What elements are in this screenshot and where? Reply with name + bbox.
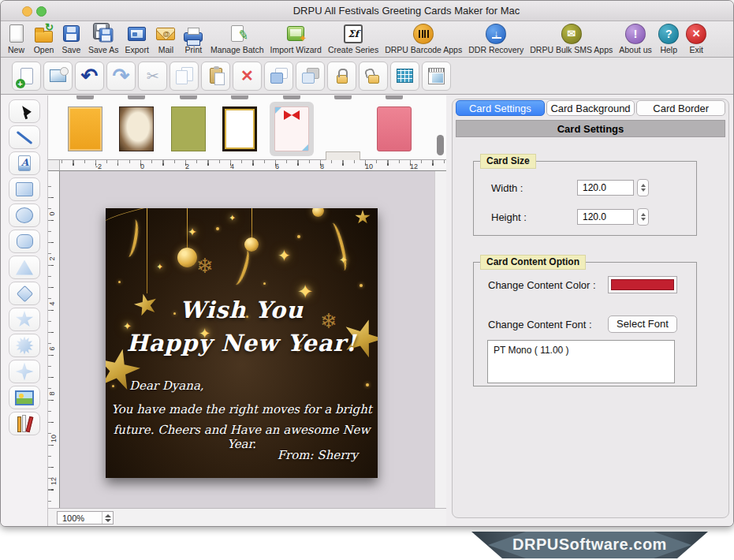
undo-button[interactable] [75,62,104,91]
template-rose-pink-card[interactable] [377,106,412,151]
grid-icon [397,69,413,83]
save-as-icon [93,23,114,44]
snowflake [196,254,214,278]
template-vintage-sepia-card[interactable] [119,106,154,151]
manage-batch-button[interactable]: Manage Batch [211,23,264,54]
page-setup-button[interactable] [422,62,451,91]
template-white-gold-border-card[interactable] [222,106,257,151]
insert-image-button[interactable] [43,62,73,91]
line-tool[interactable] [9,125,40,149]
gold-dot [263,282,266,285]
paste-button[interactable] [201,62,230,91]
zoom-window-button[interactable] [36,6,47,17]
rounded-rect-tool[interactable] [9,230,40,253]
save-as-button[interactable]: Save As [88,23,119,54]
starburst-tool[interactable] [9,334,40,357]
save-floppy-icon [61,23,82,44]
height-input[interactable] [577,209,634,225]
lock-button[interactable] [327,62,356,91]
about-us-button[interactable]: About us [619,23,651,54]
gold-dot [216,227,219,230]
panel-tabs: Card Settings Card Background Card Borde… [456,100,725,116]
exit-button[interactable]: Exit [686,23,707,54]
template-strip [48,95,446,160]
stepper-up-icon [641,184,646,187]
template-strip-scrollbar[interactable] [437,135,444,155]
diamond-icon [16,285,32,301]
ddr-recovery-button[interactable]: DDR Recovery [468,23,523,54]
cut-button[interactable] [138,62,167,91]
clipart-tool[interactable] [9,412,40,435]
image-tool[interactable] [9,386,40,409]
ellipse-tool[interactable] [9,203,40,227]
design-canvas[interactable]: Wish You Happy New Year! Dear Dyana, You… [60,171,434,510]
tab-card-background[interactable]: Card Background [546,100,635,116]
new-button[interactable]: New [6,23,27,54]
help-button[interactable]: Help [658,23,680,54]
brand-text: DRPUSoftware.com [471,532,708,558]
printer-icon [183,23,204,44]
export-icon [126,23,147,44]
diamond-tool[interactable] [9,282,40,305]
drpu-bulk-sms-apps-button[interactable]: DRPU Bulk SMS Apps [530,23,613,54]
send-backward-button[interactable] [264,62,293,91]
delete-button[interactable] [233,62,262,91]
select-font-button[interactable]: Select Font [608,315,677,333]
create-series-sigma-icon [343,23,364,44]
add-page-button[interactable] [12,62,41,91]
canvas-statusbar: 100% [48,508,446,526]
open-button[interactable]: Open [33,23,54,54]
image-icon [15,390,34,405]
ornament-ball [177,248,197,267]
four-point-star-tool[interactable] [9,360,40,383]
import-wizard-button[interactable]: Import Wizard [270,23,322,54]
height-stepper[interactable] [637,208,649,226]
triangle-tool[interactable] [9,256,40,279]
starburst-icon [16,337,34,355]
unlock-button[interactable] [359,62,388,91]
card-signature: From: Sherry [278,448,358,462]
template-orange-card[interactable] [68,106,102,151]
sparkle [278,246,291,265]
zoom-control[interactable]: 100% [57,511,114,525]
canvas-vertical-scrollbar[interactable] [434,171,446,510]
ruler-v-label: 12 [50,477,58,485]
tab-card-settings[interactable]: Card Settings [456,100,545,116]
copy-button[interactable] [170,62,199,91]
zoom-stepper[interactable] [102,512,113,524]
select-pointer-tool[interactable] [9,99,40,123]
minimize-button[interactable] [22,6,32,17]
content-color-swatch-button[interactable] [608,276,677,293]
width-label: Width : [491,182,523,194]
drpu-barcode-apps-button[interactable]: DRPU Barcode Apps [385,23,462,54]
change-content-font-label: Change Content Font : [488,319,592,330]
grid-button[interactable] [390,62,419,91]
template-olive-green-card[interactable] [171,106,206,151]
export-button[interactable]: Export [125,23,149,54]
create-series-button[interactable]: Create Series [328,23,378,54]
template-pink-bow-card-selected[interactable] [274,106,309,151]
mail-button[interactable]: Mail [155,23,177,54]
tab-card-border[interactable]: Card Border [636,100,725,116]
bring-forward-button[interactable] [296,62,325,91]
ruler-v-label: 10 [50,435,58,442]
width-input[interactable] [577,180,634,196]
ornament-string [147,208,147,293]
bow-icon [284,110,300,120]
sparkle [229,213,236,223]
greeting-card[interactable]: Wish You Happy New Year! Dear Dyana, You… [106,208,378,478]
card-title-line2: Happy New Year! [106,330,378,357]
print-button[interactable]: Print [183,23,204,54]
barcode-apps-icon [413,23,434,44]
rectangle-tool[interactable] [9,177,40,201]
star-tool[interactable] [9,308,40,331]
stepper-down-icon [641,218,646,221]
save-button[interactable]: Save [61,23,82,54]
ruler-h-label: 2 [185,162,189,170]
text-tool[interactable] [9,151,40,175]
stepper-down-icon [641,189,646,192]
line-icon [17,130,33,144]
redo-button[interactable] [106,62,136,91]
width-stepper[interactable] [637,179,649,196]
card-size-group: Card Size Width : Height : [473,161,697,236]
